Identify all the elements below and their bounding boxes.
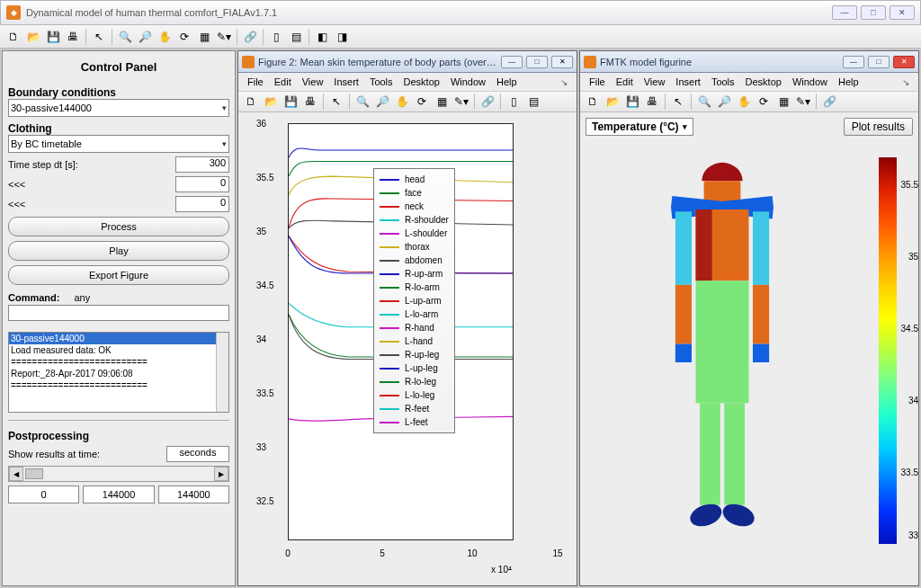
brush-icon[interactable]: ✎▾: [793, 93, 813, 111]
brush-icon[interactable]: ✎▾: [214, 28, 234, 46]
command-input[interactable]: [8, 305, 229, 321]
zoom-out-icon[interactable]: 🔎: [372, 93, 392, 111]
rotate-icon[interactable]: ⟳: [754, 93, 773, 111]
clothing-select[interactable]: By BC timetable: [8, 135, 229, 153]
pan-icon[interactable]: ✋: [155, 28, 174, 46]
time-val-2[interactable]: 144000: [158, 486, 229, 503]
main-close-button[interactable]: ✕: [890, 5, 915, 20]
datacursor-icon[interactable]: ▦: [432, 93, 452, 111]
fig2-close-button[interactable]: ✕: [551, 56, 573, 68]
colorbar-icon[interactable]: ▯: [504, 93, 523, 111]
figurine-axes[interactable]: Temperature (°C) Plot results: [580, 112, 918, 585]
scrollbar[interactable]: [216, 333, 228, 412]
pan-icon[interactable]: ✋: [734, 93, 754, 111]
colorbar-icon[interactable]: ▯: [266, 28, 286, 46]
legend-item: abdomen: [380, 254, 449, 267]
svg-rect-11: [696, 281, 749, 403]
zoom-in-icon[interactable]: 🔍: [694, 93, 714, 111]
temperature-dropdown[interactable]: Temperature (°C): [586, 118, 693, 136]
rotate-icon[interactable]: ⟳: [174, 28, 194, 46]
menu-desktop[interactable]: Desktop: [398, 76, 445, 87]
menu-tools[interactable]: Tools: [364, 76, 398, 87]
menu-view[interactable]: View: [297, 76, 329, 87]
log-listbox[interactable]: 30-passive144000 Load measured data: OK …: [8, 332, 229, 413]
new-icon[interactable]: 🗋: [241, 93, 261, 111]
back2-input[interactable]: 0: [175, 196, 229, 212]
open-icon[interactable]: 📂: [23, 28, 43, 46]
dock-arrow-icon[interactable]: ↘: [555, 77, 573, 87]
menu-file[interactable]: File: [242, 76, 269, 87]
process-button[interactable]: Process: [8, 217, 229, 236]
back1-input[interactable]: 0: [175, 176, 229, 192]
print-icon[interactable]: 🖶: [300, 93, 320, 111]
fig2-minimize-button[interactable]: —: [501, 56, 523, 68]
menu-file[interactable]: File: [584, 76, 611, 87]
legend-icon[interactable]: ▤: [523, 93, 543, 111]
undock-icon[interactable]: ◨: [332, 28, 352, 46]
new-icon[interactable]: 🗋: [583, 93, 603, 111]
menu-help[interactable]: Help: [833, 76, 864, 87]
legend[interactable]: headfaceneckR-shoulderL-shoulderthoraxab…: [373, 168, 455, 433]
menu-insert[interactable]: Insert: [328, 76, 364, 87]
zoom-in-icon[interactable]: 🔍: [353, 93, 372, 111]
brush-icon[interactable]: ✎▾: [452, 93, 471, 111]
figurine-window: FMTK model figurine — □ ✕ File Edit View…: [579, 50, 919, 586]
figure2-axes[interactable]: 36 35.5 35 34.5 34 33.5 33 32.5 0 5 10 1…: [238, 112, 577, 585]
main-maximize-button[interactable]: □: [861, 5, 886, 20]
menu-edit[interactable]: Edit: [269, 76, 297, 87]
fig3-maximize-button[interactable]: □: [868, 56, 890, 68]
rotate-icon[interactable]: ⟳: [412, 93, 432, 111]
time-slider[interactable]: ◀▶: [8, 466, 229, 482]
zoom-in-icon[interactable]: 🔍: [115, 28, 135, 46]
clothing-label: Clothing: [8, 122, 229, 135]
pointer-icon[interactable]: ↖: [668, 93, 688, 111]
print-icon[interactable]: 🖶: [642, 93, 662, 111]
menu-help[interactable]: Help: [491, 76, 523, 87]
open-icon[interactable]: 📂: [603, 93, 622, 111]
save-icon[interactable]: 💾: [281, 93, 300, 111]
menu-view[interactable]: View: [639, 76, 671, 87]
bc-select[interactable]: 30-passive144000: [8, 99, 229, 117]
dock-icon[interactable]: ◧: [312, 28, 332, 46]
datacursor-icon[interactable]: ▦: [773, 93, 793, 111]
control-panel: Control Panel Boundary conditions 30-pas…: [2, 50, 236, 586]
datacursor-icon[interactable]: ▦: [194, 28, 214, 46]
menu-desktop[interactable]: Desktop: [740, 76, 787, 87]
menu-window[interactable]: Window: [787, 76, 833, 87]
new-icon[interactable]: 🗋: [4, 28, 23, 46]
figurine-menubar: File Edit View Insert Tools Desktop Wind…: [580, 73, 918, 91]
figurine-toolbar: 🗋 📂 💾 🖶 ↖ 🔍 🔎 ✋ ⟳ ▦ ✎▾ 🔗: [580, 91, 918, 112]
save-icon[interactable]: 💾: [43, 28, 63, 46]
menu-tools[interactable]: Tools: [706, 76, 740, 87]
fig2-maximize-button[interactable]: □: [526, 56, 548, 68]
pan-icon[interactable]: ✋: [392, 93, 412, 111]
fig3-minimize-button[interactable]: —: [843, 56, 864, 68]
play-button[interactable]: Play: [8, 241, 229, 261]
link-icon[interactable]: 🔗: [819, 93, 839, 111]
legend-icon[interactable]: ▤: [286, 28, 306, 46]
zoom-out-icon[interactable]: 🔎: [714, 93, 734, 111]
pointer-icon[interactable]: ↖: [326, 93, 346, 111]
fig3-close-button[interactable]: ✕: [893, 56, 915, 68]
legend-item: L-feet: [380, 415, 449, 429]
main-minimize-button[interactable]: —: [832, 5, 857, 20]
link-icon[interactable]: 🔗: [478, 93, 497, 111]
zoom-out-icon[interactable]: 🔎: [135, 28, 155, 46]
menu-edit[interactable]: Edit: [611, 76, 639, 87]
legend-item: R-lo-arm: [380, 281, 449, 294]
open-icon[interactable]: 📂: [261, 93, 281, 111]
dock-arrow-icon[interactable]: ↘: [897, 77, 915, 87]
plot-results-button[interactable]: Plot results: [844, 118, 913, 136]
time-val-0[interactable]: 0: [8, 486, 79, 503]
link-icon[interactable]: 🔗: [240, 28, 260, 46]
time-val-1[interactable]: 144000: [83, 486, 154, 503]
svg-rect-4: [696, 209, 712, 281]
print-icon[interactable]: 🖶: [63, 28, 83, 46]
export-figure-button[interactable]: Export Figure: [8, 265, 229, 285]
save-icon[interactable]: 💾: [622, 93, 642, 111]
dt-input[interactable]: 300: [175, 156, 229, 173]
pointer-icon[interactable]: ↖: [89, 28, 109, 46]
menu-insert[interactable]: Insert: [670, 76, 706, 87]
menu-window[interactable]: Window: [445, 76, 491, 87]
matlab-icon: ◆: [6, 5, 21, 20]
